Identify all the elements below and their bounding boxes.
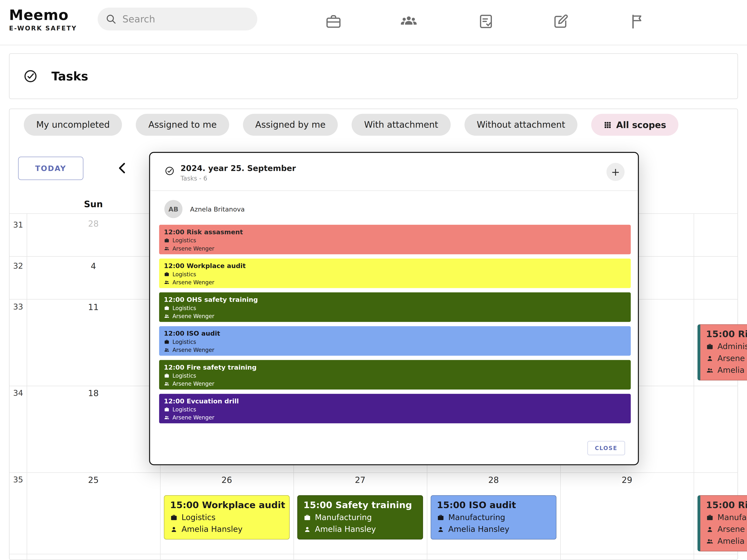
event-title: 15:00 Risk assasment: [706, 328, 747, 339]
event-assignees: Arsene Wenger: [172, 347, 214, 353]
page-title: Tasks: [52, 69, 88, 83]
calendar-event[interactable]: 15:00 Workplace audit Logistics Amelia H…: [164, 495, 290, 539]
modal-event[interactable]: 12:00 OHS safety training Logistics Arse…: [159, 292, 631, 322]
week-number: 33: [9, 302, 27, 311]
event-scope: Administration: [718, 342, 747, 351]
scope-briefcase-icon: [170, 513, 178, 521]
scope-briefcase-icon: [164, 271, 170, 277]
chip-with-attachment[interactable]: With attachment: [352, 114, 450, 136]
tasks-header-panel: Tasks: [9, 53, 738, 99]
nav-tasks-button[interactable]: [475, 11, 496, 32]
people-icon: [706, 367, 714, 374]
modal-event[interactable]: 12:00 Evcuation drill Logistics Arsene W…: [159, 394, 631, 423]
chip-my-uncompleted[interactable]: My uncompleted: [24, 114, 122, 136]
chip-all-scopes[interactable]: All scopes: [591, 114, 679, 136]
day-number: 11: [27, 302, 160, 312]
event-title: 12:00 Evcuation drill: [164, 397, 626, 405]
event-title: 15:00 Workplace audit: [170, 500, 283, 510]
event-assignee: Amelia Hansley: [448, 525, 510, 534]
week-number: 35: [9, 475, 27, 484]
modal-event[interactable]: 12:00 ISO audit Logistics Arsene Wenger: [159, 326, 631, 355]
flag-icon: [628, 13, 646, 30]
day-number: 28: [427, 475, 560, 485]
clipboard-check-icon: [477, 13, 494, 30]
person-icon: [170, 526, 178, 533]
add-task-button[interactable]: +: [607, 163, 624, 181]
topbar: Meemo E-WORK SAFETY: [0, 0, 747, 45]
person-icon: [706, 354, 714, 362]
event-title: 15:00 ISO audit: [437, 500, 550, 510]
scope-briefcase-icon: [164, 305, 170, 311]
chip-assigned-by-me[interactable]: Assigned by me: [243, 114, 338, 136]
app-tagline: E-WORK SAFETY: [9, 25, 77, 32]
day-detail-modal: 2024. year 25. September Tasks - 6 + AB …: [149, 152, 639, 465]
grid-line: [9, 554, 738, 554]
event-title: 15:00 Safety training: [304, 500, 417, 510]
edit-icon: [552, 13, 569, 30]
check-circle-icon: [23, 69, 38, 84]
day-number: 26: [160, 475, 293, 485]
app-window: Meemo E-WORK SAFETY Tasks My uncompleted…: [0, 0, 747, 560]
day-number: 28: [27, 219, 160, 229]
calendar-event[interactable]: 15:00 Safety training Manufacturing Amel…: [297, 495, 423, 539]
event-scope: Manufacturing: [448, 513, 505, 522]
chip-all-scopes-label: All scopes: [616, 120, 666, 130]
grid-line: [694, 213, 694, 560]
day-number: 25: [27, 475, 160, 485]
event-assignee: Arsene Wenger: [718, 525, 747, 534]
week-number: 34: [9, 389, 27, 398]
modal-event[interactable]: 12:00 Workplace audit Logistics Arsene W…: [159, 259, 631, 288]
user-name: Aznela Britanova: [190, 200, 245, 218]
chevron-left-icon[interactable]: [115, 161, 130, 175]
event-title: 12:00 Risk assasment: [164, 228, 626, 236]
filter-chips: My uncompleted Assigned to me Assigned b…: [24, 114, 679, 136]
calendar-event[interactable]: 15:00 Risk assasment Manufacturing Arsen…: [697, 495, 747, 552]
person-icon: [706, 526, 714, 533]
nav-edit-button[interactable]: [550, 11, 571, 32]
event-participants: Amelia Hansley: [718, 537, 747, 545]
scope-briefcase-icon: [304, 513, 311, 521]
person-icon: [304, 526, 311, 533]
people-icon: [164, 279, 170, 285]
day-number: 18: [27, 389, 160, 398]
people-icon: [164, 246, 170, 251]
today-button[interactable]: TODAY: [18, 157, 83, 180]
event-title: 12:00 Fire safety training: [164, 363, 626, 371]
avatar: AB: [164, 200, 182, 218]
event-title: 15:00 Risk assasment: [706, 500, 747, 510]
grid-line: [9, 473, 738, 473]
person-icon: [437, 526, 444, 533]
app-name: Meemo: [9, 7, 77, 23]
team-icon: [400, 13, 417, 30]
scope-briefcase-icon: [706, 513, 714, 521]
nav-flag-button[interactable]: [626, 11, 647, 32]
event-participants: Amelia Hansley: [718, 366, 747, 375]
search-bar[interactable]: [98, 8, 257, 30]
search-input[interactable]: [123, 13, 250, 25]
chip-without-attachment[interactable]: Without attachment: [464, 114, 577, 136]
modal-event[interactable]: 12:00 Fire safety training Logistics Ars…: [159, 360, 631, 390]
event-assignee: Amelia Hansley: [315, 525, 376, 534]
nav-team-button[interactable]: [398, 11, 419, 32]
event-title: 12:00 ISO audit: [164, 329, 626, 337]
event-assignees: Arsene Wenger: [172, 380, 214, 387]
scope-briefcase-icon: [437, 513, 444, 521]
event-scope: Logistics: [172, 305, 196, 312]
day-number: 4: [27, 262, 160, 271]
day-number: 27: [293, 475, 427, 485]
nav-briefcase-button[interactable]: [323, 11, 344, 32]
chip-assigned-to-me[interactable]: Assigned to me: [136, 114, 229, 136]
close-button[interactable]: CLOSE: [587, 441, 625, 455]
modal-event[interactable]: 12:00 Risk assasment Logistics Arsene We…: [159, 225, 631, 254]
calendar-event[interactable]: 15:00 Risk assasment Administration Arse…: [697, 324, 747, 380]
scope-briefcase-icon: [164, 407, 170, 412]
day-header-sun: Sun: [27, 199, 160, 209]
calendar-event[interactable]: 15:00 ISO audit Manufacturing Amelia Han…: [431, 495, 556, 539]
day-number: 29: [560, 475, 694, 485]
event-assignee: Amelia Hansley: [182, 525, 242, 534]
scope-briefcase-icon: [706, 343, 714, 350]
scope-briefcase-icon: [164, 373, 170, 378]
briefcase-icon: [325, 13, 342, 30]
event-scope: Manufacturing: [718, 513, 747, 522]
event-scope: Logistics: [172, 237, 196, 244]
